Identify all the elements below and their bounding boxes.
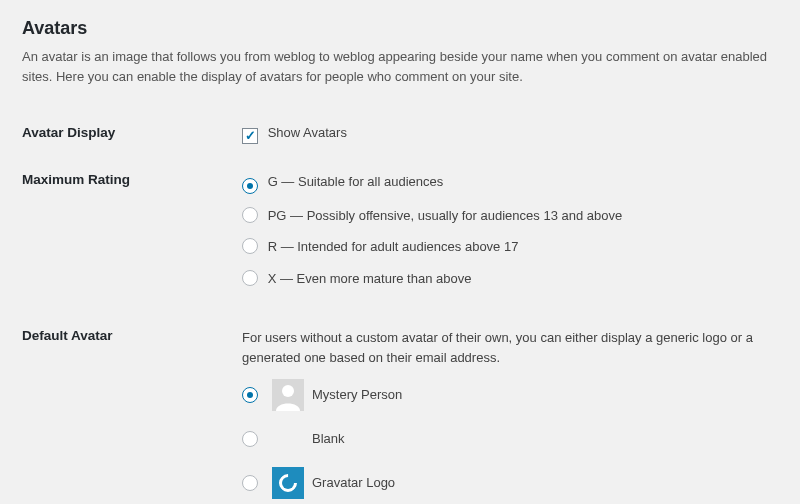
avatar-radio-mystery[interactable] <box>242 387 258 403</box>
rating-label-g: G — Suitable for all audiences <box>268 174 444 189</box>
rating-radio-g[interactable] <box>242 178 258 194</box>
gravatar-logo-icon <box>272 467 304 499</box>
avatar-option-mystery[interactable]: Mystery Person <box>242 379 778 411</box>
default-avatar-heading: Default Avatar <box>22 314 242 504</box>
rating-option-x[interactable]: X — Even more mature than above <box>242 269 778 289</box>
section-intro: An avatar is an image that follows you f… <box>22 47 778 87</box>
show-avatars-label[interactable]: Show Avatars <box>242 125 347 140</box>
rating-option-g[interactable]: G — Suitable for all audiences <box>242 172 778 194</box>
avatar-label-gravatar: Gravatar Logo <box>312 475 395 490</box>
rating-option-r[interactable]: R — Intended for adult audiences above 1… <box>242 237 778 257</box>
rating-option-pg[interactable]: PG — Possibly offensive, usually for aud… <box>242 206 778 226</box>
blank-avatar-icon <box>272 423 304 455</box>
avatar-display-heading: Avatar Display <box>22 111 242 158</box>
svg-point-1 <box>282 385 294 397</box>
rating-radio-r[interactable] <box>242 238 258 254</box>
avatar-option-blank[interactable]: Blank <box>242 423 778 455</box>
rating-radio-x[interactable] <box>242 270 258 286</box>
avatar-label-blank: Blank <box>312 431 345 446</box>
maximum-rating-heading: Maximum Rating <box>22 158 242 315</box>
rating-label-pg: PG — Possibly offensive, usually for aud… <box>268 208 623 223</box>
mystery-person-icon <box>272 379 304 411</box>
rating-radio-pg[interactable] <box>242 207 258 223</box>
show-avatars-checkbox[interactable] <box>242 128 258 144</box>
rating-label-r: R — Intended for adult audiences above 1… <box>268 239 519 254</box>
default-avatar-intro: For users without a custom avatar of the… <box>242 328 778 368</box>
avatar-label-mystery: Mystery Person <box>312 387 402 402</box>
show-avatars-text: Show Avatars <box>268 125 347 140</box>
avatar-option-gravatar[interactable]: Gravatar Logo <box>242 467 778 499</box>
avatar-radio-gravatar[interactable] <box>242 475 258 491</box>
section-title: Avatars <box>22 18 778 39</box>
rating-label-x: X — Even more mature than above <box>268 271 472 286</box>
avatar-radio-blank[interactable] <box>242 431 258 447</box>
